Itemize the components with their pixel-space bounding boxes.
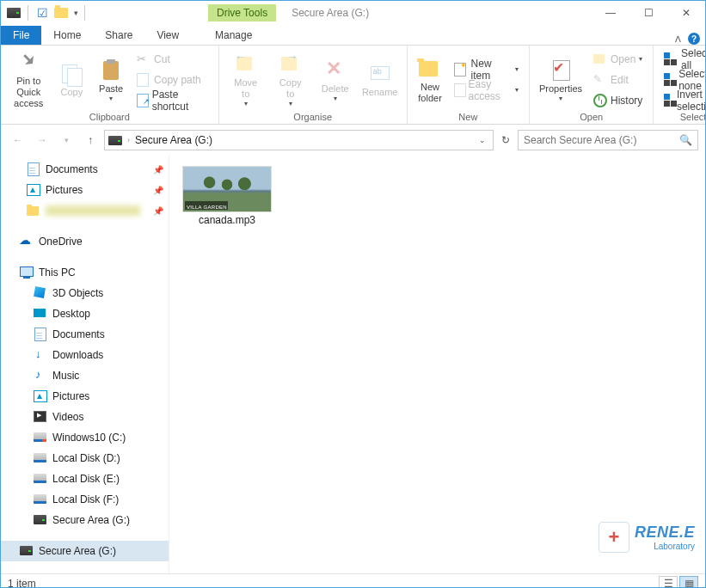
- refresh-button[interactable]: ↻: [497, 130, 514, 150]
- copy-button[interactable]: Copy: [54, 50, 89, 110]
- tree-this-pc[interactable]: This PC: [1, 262, 169, 283]
- search-box[interactable]: 🔍: [518, 130, 698, 150]
- tree-secure-g-under-pc[interactable]: Secure Area (G:): [1, 510, 169, 530]
- open-icon: [593, 52, 607, 66]
- new-folder-button[interactable]: New folder: [414, 50, 446, 110]
- address-bar[interactable]: › Secure Area (G:) ⌄: [104, 130, 494, 150]
- paste-shortcut-button[interactable]: Paste shortcut: [133, 91, 212, 110]
- content-pane[interactable]: VILLA GARDEN canada.mp3 RENE.E Laborator…: [169, 156, 705, 573]
- tab-view[interactable]: View: [144, 26, 191, 45]
- details-view-button[interactable]: ☰: [659, 576, 678, 589]
- tab-file[interactable]: File: [1, 26, 41, 45]
- tab-home[interactable]: Home: [41, 26, 93, 45]
- documents-icon: [27, 162, 40, 176]
- easy-access-button[interactable]: Easy access ▾: [451, 81, 522, 100]
- tree-music[interactable]: Music: [1, 365, 169, 386]
- tree-secure-g-root[interactable]: Secure Area (G:): [1, 541, 169, 561]
- drive-icon: [34, 513, 47, 527]
- pictures-icon: [27, 183, 40, 197]
- invert-selection-button[interactable]: Invert selection: [660, 91, 706, 110]
- tree-local-f[interactable]: Local Disk (F:): [1, 489, 169, 510]
- collapse-ribbon-button[interactable]: ᐱ: [675, 34, 681, 44]
- delete-button[interactable]: Delete ▾: [316, 50, 355, 110]
- titlebar-center: Drive Tools Secure Area (G:): [88, 4, 592, 21]
- maximize-button[interactable]: ☐: [629, 1, 667, 25]
- copy-path-icon: [137, 73, 150, 87]
- tab-share[interactable]: Share: [93, 26, 144, 45]
- copy-to-button[interactable]: Copy to ▾: [271, 50, 310, 110]
- delete-icon: [322, 58, 348, 82]
- tree-local-d[interactable]: Local Disk (D:): [1, 448, 169, 469]
- select-all-button[interactable]: Select all: [660, 50, 706, 69]
- navigation-pane[interactable]: Documents📌 Pictures📌 📌 OneDrive This PC …: [1, 156, 169, 573]
- file-thumbnail: VILLA GARDEN: [182, 166, 272, 212]
- tree-3d-objects[interactable]: 3D Objects: [1, 283, 169, 303]
- paste-button[interactable]: Paste ▾: [94, 50, 128, 110]
- forward-button[interactable]: →: [32, 130, 52, 150]
- invert-selection-icon: [664, 94, 672, 107]
- pin-to-quick-access-button[interactable]: Pin to Quick access: [8, 50, 49, 110]
- tree-desktop[interactable]: Desktop: [1, 303, 169, 324]
- documents-icon: [34, 328, 47, 341]
- history-button[interactable]: History: [590, 91, 646, 110]
- tree-windows-c[interactable]: Windows10 (C:): [1, 427, 169, 448]
- tree-onedrive[interactable]: OneDrive: [1, 231, 169, 252]
- 3d-objects-icon: [34, 286, 47, 300]
- move-to-button[interactable]: Move to ▾: [226, 50, 266, 110]
- title-bar: ☑ ▾ Drive Tools Secure Area (G:) — ☐ ✕: [1, 1, 705, 25]
- cut-icon: [137, 52, 150, 66]
- open-button[interactable]: Open ▾: [590, 50, 646, 69]
- tree-network[interactable]: Network: [1, 572, 169, 573]
- edit-button[interactable]: Edit: [590, 70, 646, 89]
- properties-qat-icon[interactable]: ☑: [34, 5, 50, 21]
- folder-icon: [27, 204, 40, 217]
- this-pc-icon: [20, 266, 34, 279]
- window-title: Secure Area (G:): [292, 7, 369, 19]
- rename-button[interactable]: Rename: [360, 50, 400, 110]
- close-button[interactable]: ✕: [667, 1, 705, 25]
- new-item-button[interactable]: New item ▾: [451, 60, 522, 79]
- move-to-icon: [233, 52, 259, 76]
- group-clipboard-label: Clipboard: [8, 112, 212, 124]
- pin-icon: 📌: [153, 206, 163, 216]
- context-tab-header: Drive Tools: [208, 4, 276, 21]
- back-button[interactable]: ←: [8, 130, 28, 150]
- large-icons-view-button[interactable]: ▦: [679, 576, 698, 589]
- cut-button[interactable]: Cut: [133, 50, 212, 69]
- help-button[interactable]: ?: [688, 33, 700, 45]
- rename-icon: [367, 61, 393, 85]
- properties-button[interactable]: Properties ▾: [537, 50, 585, 110]
- file-item[interactable]: VILLA GARDEN canada.mp3: [180, 166, 274, 226]
- new-folder-qat-icon[interactable]: [53, 5, 69, 21]
- tree-local-e[interactable]: Local Disk (E:): [1, 469, 169, 489]
- copy-path-button[interactable]: Copy path: [133, 70, 212, 89]
- select-none-button[interactable]: Select none: [660, 70, 706, 89]
- new-folder-icon: [417, 56, 443, 80]
- copy-to-icon: [278, 52, 304, 76]
- watermark-sub: Laboratory: [635, 542, 695, 551]
- tree-documents[interactable]: Documents: [1, 324, 169, 345]
- select-none-icon: [664, 73, 675, 87]
- qat-customize-caret[interactable]: ▾: [74, 9, 78, 17]
- tree-quick-documents[interactable]: Documents📌: [1, 159, 169, 180]
- tree-videos[interactable]: Videos: [1, 407, 169, 427]
- tab-manage[interactable]: Manage: [203, 26, 264, 45]
- tree-pictures[interactable]: Pictures: [1, 386, 169, 407]
- group-open: Properties ▾ Open ▾ Edit History Open: [530, 46, 654, 124]
- tree-downloads[interactable]: Downloads: [1, 345, 169, 365]
- new-item-icon: [454, 63, 467, 77]
- up-button[interactable]: ↑: [80, 130, 101, 150]
- tree-quick-blurred[interactable]: 📌: [1, 200, 169, 221]
- qat-divider: [28, 5, 28, 21]
- search-input[interactable]: [524, 134, 679, 146]
- drive-icon: [34, 472, 47, 486]
- chevron-down-icon: ▾: [109, 95, 113, 102]
- tree-quick-pictures[interactable]: Pictures📌: [1, 180, 169, 200]
- drive-icon: [20, 544, 34, 558]
- pin-icon: [15, 50, 41, 74]
- search-icon[interactable]: 🔍: [679, 134, 692, 146]
- recent-locations-button[interactable]: ▾: [56, 130, 77, 150]
- drive-icon: [34, 451, 47, 465]
- address-dropdown-caret[interactable]: ⌄: [476, 136, 489, 144]
- minimize-button[interactable]: —: [592, 1, 629, 25]
